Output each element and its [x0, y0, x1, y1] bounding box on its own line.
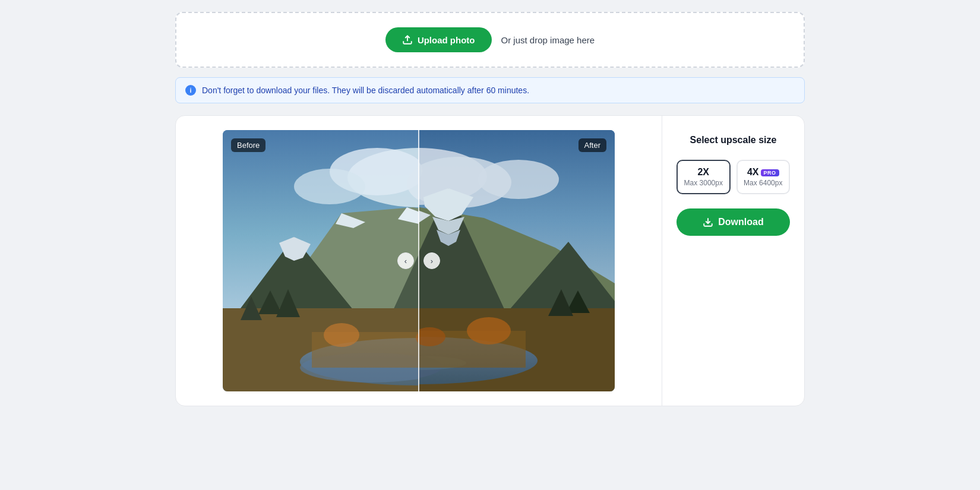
pro-badge: PRO [761, 169, 779, 176]
size-4x-button[interactable]: 4XPRO Max 6400px [736, 160, 791, 194]
size-options: 2X Max 3000px 4XPRO Max 6400px [676, 160, 790, 194]
arrow-right[interactable]: › [423, 252, 440, 269]
before-label: Before [231, 138, 265, 152]
main-card: Before After ‹ › Select upscale size 2X … [175, 115, 805, 406]
download-button[interactable]: Download [676, 208, 790, 236]
size-2x-label: 2X [682, 167, 725, 178]
svg-point-6 [294, 169, 365, 204]
arrow-left[interactable]: ‹ [397, 252, 414, 269]
download-label: Download [718, 217, 763, 227]
size-4x-label: 4XPRO [742, 167, 785, 178]
upload-area[interactable]: Upload photo Or just drop image here [175, 12, 805, 68]
svg-point-34 [478, 160, 559, 199]
upload-button-label: Upload photo [418, 35, 475, 45]
upload-button[interactable]: Upload photo [385, 27, 492, 52]
comparison-divider [418, 130, 419, 391]
svg-point-26 [324, 323, 359, 347]
image-area: Before After ‹ › [176, 116, 662, 406]
upload-icon [402, 34, 413, 45]
info-icon: i [185, 85, 196, 96]
drop-label: Or just drop image here [501, 35, 595, 45]
comparison-container[interactable]: Before After ‹ › [223, 130, 615, 391]
download-icon [703, 217, 713, 227]
info-banner: i Don't forget to download your files. T… [175, 77, 805, 103]
size-4x-max: Max 6400px [742, 179, 785, 187]
info-message: Don't forget to download your files. The… [202, 86, 529, 95]
size-2x-button[interactable]: 2X Max 3000px [676, 160, 731, 194]
svg-point-57 [467, 317, 511, 344]
size-2x-max: Max 3000px [682, 179, 725, 187]
after-label: After [578, 138, 606, 152]
select-label: Select upscale size [690, 135, 777, 146]
sidebar: Select upscale size 2X Max 3000px 4XPRO … [662, 116, 804, 406]
